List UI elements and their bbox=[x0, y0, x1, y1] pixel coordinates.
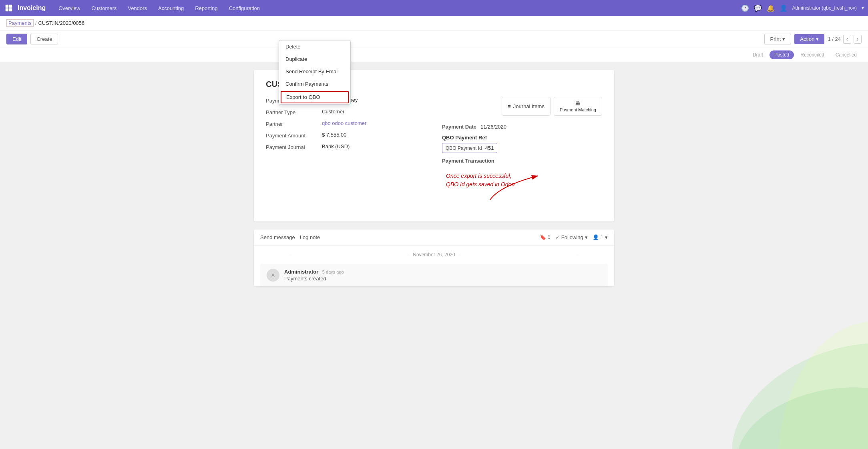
messaging-toolbar: Send message Log note 🔖 0 ✓ Following ▾ … bbox=[254, 230, 614, 246]
pagination-area: 1 / 24 ‹ › bbox=[828, 35, 862, 44]
followers-count: 1 bbox=[601, 234, 603, 240]
followers-button[interactable]: 👤 1 ▾ bbox=[593, 234, 608, 240]
payment-matching-label: Payment Matching bbox=[560, 107, 596, 112]
payment-matching-icon: 🏛 bbox=[575, 101, 581, 107]
partner-label: Partner bbox=[266, 120, 322, 127]
following-button[interactable]: ✓ Following ▾ bbox=[555, 234, 588, 240]
breadcrumb: Payments / CUST.IN/2020/0056 bbox=[0, 16, 868, 30]
status-bar: Draft Posted Reconciled Cancelled bbox=[0, 48, 868, 62]
qbo-id-label: QBO Payment Id bbox=[446, 145, 482, 151]
right-action-buttons: ≡ Journal Items 🏛 Payment Matching bbox=[442, 97, 602, 116]
dropdown-export-qbo[interactable]: Export to QBO bbox=[281, 91, 349, 103]
dropdown-confirm-payments[interactable]: Confirm Payments bbox=[279, 78, 350, 90]
payment-journal-label: Payment Journal bbox=[266, 143, 322, 150]
date-divider-text: November 26, 2020 bbox=[409, 252, 459, 258]
qbo-ref-row: QBO Payment Id 451 bbox=[442, 143, 602, 153]
followers-dropdown-icon: ▾ bbox=[605, 234, 608, 240]
check-icon: ✓ bbox=[555, 234, 560, 240]
svg-rect-2 bbox=[6, 8, 9, 12]
journal-items-button[interactable]: ≡ Journal Items bbox=[502, 97, 551, 116]
field-row-amount: Payment Amount $ 7,555.00 bbox=[266, 132, 426, 139]
menu-reporting[interactable]: Reporting bbox=[190, 3, 222, 14]
payment-transaction-label: Payment Transaction bbox=[442, 158, 494, 164]
send-message-button[interactable]: Send message bbox=[260, 234, 295, 241]
payment-date-label: Payment Date bbox=[442, 124, 476, 130]
status-draft[interactable]: Draft bbox=[748, 50, 768, 59]
main-content: CUST.IN/2020/0056 Payment Type Receive M… bbox=[0, 62, 868, 301]
messaging-right: 🔖 0 ✓ Following ▾ 👤 1 ▾ bbox=[540, 234, 608, 240]
field-row-partner: Partner qbo odoo customer bbox=[266, 120, 426, 127]
create-button[interactable]: Create bbox=[30, 34, 58, 44]
clock-icon[interactable]: 🕐 bbox=[741, 4, 749, 12]
payment-left-fields: Payment Type Receive Money Partner Type … bbox=[266, 97, 426, 212]
status-cancelled[interactable]: Cancelled bbox=[831, 50, 862, 59]
log-note-button[interactable]: Log note bbox=[300, 234, 320, 241]
top-nav-right: 🕐 💬 🔔 👤 Administrator (qbo_fresh_nov) ▾ bbox=[741, 4, 864, 12]
qbo-id-value: 451 bbox=[485, 145, 494, 151]
message-text: Payments created bbox=[284, 276, 344, 282]
avatar: A bbox=[267, 269, 279, 282]
field-row-journal: Payment Journal Bank (USD) bbox=[266, 143, 426, 150]
message-count-badge: 🔖 0 bbox=[540, 234, 551, 240]
action-dropdown-icon: ▾ bbox=[816, 36, 819, 42]
print-dropdown-icon: ▾ bbox=[782, 36, 785, 42]
svg-rect-3 bbox=[9, 8, 12, 12]
message-item: A Administrator 5 days ago Payments crea… bbox=[260, 264, 608, 286]
dropdown-send-receipt[interactable]: Send Receipt By Email bbox=[279, 65, 350, 78]
breadcrumb-parent[interactable]: Payments bbox=[6, 19, 34, 27]
status-posted[interactable]: Posted bbox=[770, 50, 794, 59]
bell-icon[interactable]: 🔔 bbox=[767, 4, 775, 12]
action-dropdown-menu: Delete Duplicate Send Receipt By Email C… bbox=[279, 40, 351, 105]
menu-accounting[interactable]: Accounting bbox=[153, 3, 189, 14]
payment-card-body: Payment Type Receive Money Partner Type … bbox=[266, 97, 602, 212]
date-divider: November 26, 2020 bbox=[254, 246, 614, 264]
qbo-ref-label: QBO Payment Ref bbox=[442, 135, 602, 141]
partner-value[interactable]: qbo odoo customer bbox=[322, 120, 366, 126]
user-icon[interactable]: 👤 bbox=[780, 4, 788, 12]
partner-type-value: Customer bbox=[322, 109, 344, 115]
edit-button[interactable]: Edit bbox=[6, 34, 27, 44]
svg-rect-0 bbox=[6, 5, 9, 8]
user-name[interactable]: Administrator (qbo_fresh_nov) bbox=[792, 5, 857, 11]
print-label: Print bbox=[770, 36, 781, 42]
menu-vendors[interactable]: Vendors bbox=[123, 3, 152, 14]
print-button[interactable]: Print ▾ bbox=[764, 34, 792, 44]
payment-date-row: Payment Date 11/26/2020 bbox=[442, 124, 602, 130]
menu-configuration[interactable]: Configuration bbox=[224, 3, 265, 14]
user-dropdown-icon[interactable]: ▾ bbox=[862, 5, 864, 11]
message-time: 5 days ago bbox=[322, 270, 344, 274]
menu-overview[interactable]: Overview bbox=[54, 3, 85, 14]
qbo-ref-section: QBO Payment Ref QBO Payment Id 451 bbox=[442, 135, 602, 153]
qbo-input-box: QBO Payment Id 451 bbox=[442, 143, 497, 153]
messaging-section: Send message Log note 🔖 0 ✓ Following ▾ … bbox=[254, 230, 614, 286]
payment-matching-button[interactable]: 🏛 Payment Matching bbox=[554, 97, 602, 116]
top-menu: Overview Customers Vendors Accounting Re… bbox=[54, 3, 741, 14]
breadcrumb-separator: / bbox=[35, 20, 37, 26]
chat-icon[interactable]: 💬 bbox=[754, 4, 762, 12]
next-record-button[interactable]: › bbox=[854, 35, 862, 44]
journal-items-icon: ≡ bbox=[508, 103, 511, 109]
message-body: Administrator 5 days ago Payments create… bbox=[284, 269, 344, 282]
app-title: Invoicing bbox=[18, 4, 46, 12]
payment-amount-value: $ 7,555.00 bbox=[322, 132, 346, 138]
action-label: Action bbox=[800, 36, 814, 42]
prev-record-button[interactable]: ‹ bbox=[843, 35, 851, 44]
toolbar: Edit Create Print ▾ Action ▾ 1 / 24 ‹ › bbox=[0, 30, 868, 48]
action-button[interactable]: Action ▾ bbox=[794, 34, 824, 44]
field-row-partner-type: Partner Type Customer bbox=[266, 109, 426, 115]
menu-customers[interactable]: Customers bbox=[86, 3, 121, 14]
status-reconciled[interactable]: Reconciled bbox=[796, 50, 829, 59]
journal-items-label: Journal Items bbox=[513, 103, 545, 109]
payment-journal-value: Bank (USD) bbox=[322, 143, 350, 149]
annotation-arrow bbox=[474, 172, 554, 204]
pagination-count: 1 / 24 bbox=[828, 36, 841, 42]
people-icon: 👤 bbox=[593, 234, 599, 240]
payment-transaction-section: Payment Transaction bbox=[442, 158, 602, 164]
following-label: Following bbox=[561, 234, 583, 240]
payment-date-value: 11/26/2020 bbox=[480, 124, 506, 130]
dropdown-delete[interactable]: Delete bbox=[279, 40, 350, 53]
breadcrumb-current: CUST.IN/2020/0056 bbox=[38, 20, 84, 26]
app-logo[interactable] bbox=[4, 3, 14, 13]
following-dropdown-icon: ▾ bbox=[585, 234, 588, 240]
dropdown-duplicate[interactable]: Duplicate bbox=[279, 53, 350, 65]
